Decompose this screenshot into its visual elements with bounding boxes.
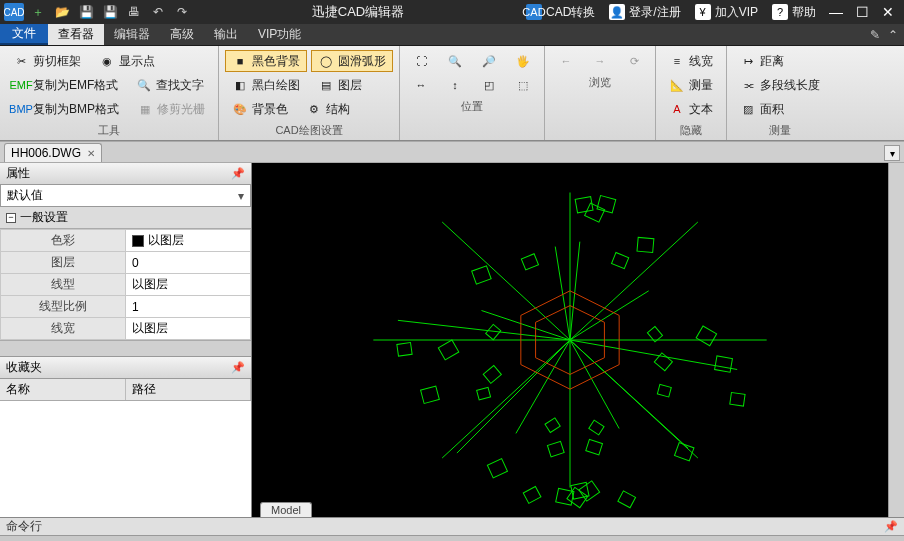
pan-button[interactable]: 🖐 [508, 50, 538, 72]
zoom-out-button[interactable]: 🔎 [474, 50, 504, 72]
pin-icon[interactable]: 📌 [231, 167, 245, 180]
fit-height-button[interactable]: ↕ [440, 74, 470, 96]
favorites-title: 收藏夹 [6, 359, 42, 376]
user-icon: 👤 [609, 4, 625, 20]
minimize-button[interactable]: — [824, 2, 848, 22]
tab-output[interactable]: 输出 [204, 24, 248, 45]
property-section[interactable]: − 一般设置 [0, 207, 251, 229]
col-name[interactable]: 名称 [0, 379, 126, 400]
structure-button[interactable]: ⚙结构 [299, 98, 357, 120]
zoom-extents-button[interactable]: ⛶ [406, 50, 436, 72]
new-icon[interactable]: ＋ [28, 3, 48, 21]
svg-rect-30 [521, 254, 538, 270]
svg-line-7 [442, 222, 570, 340]
layer-button[interactable]: ▤图层 [311, 74, 369, 96]
arrow-left-icon: ← [558, 53, 574, 69]
tab-advanced[interactable]: 高级 [160, 24, 204, 45]
vip-link[interactable]: ¥加入VIP [689, 4, 764, 21]
bw-icon: ◧ [232, 77, 248, 93]
default-combo[interactable]: 默认值 ▾ [0, 185, 251, 207]
tabs-dropdown[interactable]: ▾ [884, 145, 900, 161]
command-line-label: 命令行 [6, 518, 42, 535]
pin-icon[interactable]: 📌 [884, 520, 898, 533]
svg-rect-20 [579, 481, 600, 501]
svg-rect-21 [556, 488, 574, 505]
zoom-window-button[interactable]: ◰ [474, 74, 504, 96]
fit-h-icon: ↕ [447, 77, 463, 93]
help-link[interactable]: ?帮助 [766, 4, 822, 21]
drawing-canvas[interactable] [252, 163, 888, 517]
cut-frame-button[interactable]: ✂剪切框架 [6, 50, 88, 72]
close-button[interactable]: ✕ [876, 2, 900, 22]
scissors-icon: ✂ [13, 53, 29, 69]
svg-rect-16 [421, 386, 440, 403]
login-link[interactable]: 👤登录/注册 [603, 4, 686, 21]
help-icon: ? [772, 4, 788, 20]
cad-convert-link[interactable]: CADCAD转换 [520, 4, 601, 21]
find-text-button[interactable]: 🔍查找文字 [129, 74, 211, 96]
svg-rect-27 [730, 392, 745, 406]
color-swatch-icon [132, 235, 144, 247]
pencil-icon[interactable]: ✎ [870, 28, 880, 42]
measure-toggle-button[interactable]: 📐测量 [662, 74, 720, 96]
undo-icon[interactable]: ↶ [148, 3, 168, 21]
print-icon[interactable]: 🖶 [124, 3, 144, 21]
tab-vip[interactable]: VIP功能 [248, 24, 311, 45]
distance-button[interactable]: ↦距离 [733, 50, 791, 72]
group-label-hide: 隐藏 [662, 120, 720, 140]
bw-draw-button[interactable]: ◧黑白绘图 [225, 74, 307, 96]
prop-row: 色彩以图层 [1, 230, 251, 252]
maximize-button[interactable]: ☐ [850, 2, 874, 22]
prev-button: ← [551, 50, 581, 72]
svg-line-47 [570, 340, 688, 448]
favorites-header: 收藏夹 📌 [0, 357, 251, 379]
polyline-length-button[interactable]: ⫘多段线长度 [733, 74, 827, 96]
raster-icon: ▦ [137, 101, 153, 117]
svg-line-41 [570, 340, 619, 429]
arc-icon: ◯ [318, 53, 334, 69]
save-as-icon[interactable]: 💾 [100, 3, 120, 21]
collapse-section-icon[interactable]: − [6, 213, 16, 223]
command-line[interactable]: 命令行 📌 [0, 517, 904, 535]
svg-rect-8 [597, 195, 616, 212]
copy-bmp-button[interactable]: BMP复制为BMP格式 [6, 98, 126, 120]
area-icon: ▨ [740, 101, 756, 117]
document-tab[interactable]: HH006.DWG ✕ [4, 143, 102, 162]
bg-color-button[interactable]: 🎨背景色 [225, 98, 295, 120]
copy-emf-button[interactable]: EMF复制为EMF格式 [6, 74, 125, 96]
section-label: 一般设置 [20, 209, 68, 226]
lineweight-button[interactable]: ≡线宽 [662, 50, 720, 72]
save-icon[interactable]: 💾 [76, 3, 96, 21]
file-menu[interactable]: 文件 [0, 24, 48, 45]
smooth-arc-button[interactable]: ◯圆滑弧形 [311, 50, 393, 72]
text-toggle-button[interactable]: A文本 [662, 98, 720, 120]
ribbon-group-hide: ≡线宽 📐测量 A文本 隐藏 [656, 46, 727, 140]
model-tab[interactable]: Model [260, 502, 312, 517]
chevron-down-icon: ▾ [238, 189, 244, 203]
zoom-all-button[interactable]: ⬚ [508, 74, 538, 96]
open-icon[interactable]: 📂 [52, 3, 72, 21]
collapse-ribbon-icon[interactable]: ⌃ [888, 28, 898, 42]
black-bg-button[interactable]: ■黑色背景 [225, 50, 307, 72]
zoom-in-button[interactable]: 🔍 [440, 50, 470, 72]
properties-header: 属性 📌 [0, 163, 251, 185]
svg-rect-32 [523, 486, 541, 503]
group-label-browse: 浏览 [551, 72, 649, 92]
area-button[interactable]: ▨面积 [733, 98, 791, 120]
svg-rect-10 [585, 203, 605, 222]
close-tab-icon[interactable]: ✕ [87, 148, 95, 159]
svg-line-5 [442, 340, 570, 458]
distance-icon: ↦ [740, 53, 756, 69]
show-dot-button[interactable]: ◉显示点 [92, 50, 162, 72]
svg-line-42 [516, 340, 570, 433]
vertical-scrollbar[interactable] [888, 163, 904, 517]
svg-rect-37 [589, 420, 604, 435]
col-path[interactable]: 路径 [126, 379, 252, 400]
fit-width-button[interactable]: ↔ [406, 74, 436, 96]
tab-editor[interactable]: 编辑器 [104, 24, 160, 45]
tab-viewer[interactable]: 查看器 [48, 24, 104, 45]
ribbon-group-cad-settings: ■黑色背景 ◯圆滑弧形 ◧黑白绘图 ▤图层 🎨背景色 ⚙结构 CAD绘图设置 [219, 46, 400, 140]
pin-icon[interactable]: 📌 [231, 361, 245, 374]
properties-scrollbar[interactable] [0, 340, 251, 356]
redo-icon[interactable]: ↷ [172, 3, 192, 21]
